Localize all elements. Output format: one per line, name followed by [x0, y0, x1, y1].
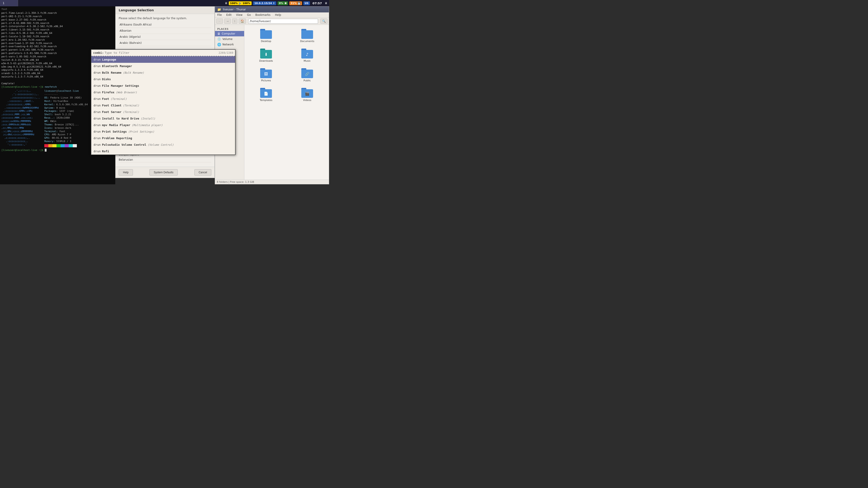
forward-button[interactable]: → [224, 19, 231, 24]
cpu-badge: 0% 🖥 [278, 1, 288, 5]
combi-item-13[interactable]: drun PulseAudio Volume Control (Volume C… [91, 141, 235, 148]
term-line-7: perl-libs-4:5.38.2-502.fc39.x86_64 [1, 32, 114, 35]
combi-input-row: combi: 2269/2269 [91, 50, 235, 56]
neofetch-info: liveuser@localhost-live --------- OS: Fe… [44, 90, 88, 147]
sidebar-item-network[interactable]: 🌐 Network [215, 42, 244, 47]
clock: 07:57 [311, 2, 323, 5]
lang-item-belarusian[interactable]: Belarusian [119, 157, 211, 162]
folder-pictures[interactable]: 🖼 Pictures [247, 66, 285, 84]
term-line-9: perl-mro-1.28-502.fc39.noarch [1, 38, 114, 42]
lang-item-arabic-bahrain[interactable]: Arabic (Bahrain) [119, 40, 211, 46]
color-bar [44, 144, 88, 147]
menu-go[interactable]: Go [246, 13, 252, 17]
menu-edit[interactable]: Edit [225, 13, 232, 17]
combi-item-4[interactable]: drun File Manager Settings [91, 83, 235, 89]
thunar-icon: 📁 [217, 8, 221, 11]
term-line-1: perl-Time-Local-2:1.350-3.fc39.noarch [1, 11, 114, 15]
lang-item-albanian[interactable]: Albanian [119, 28, 211, 34]
tab-number: 1 [3, 2, 4, 5]
menu-file[interactable]: File [216, 13, 223, 17]
system-defaults-button[interactable]: System Defaults [149, 169, 178, 175]
folder-public[interactable]: 🔗 Public [288, 66, 327, 84]
combi-count: 2269/2269 [219, 51, 233, 55]
volume-badge: 100% 🔊 100% [229, 1, 252, 5]
menu-view[interactable]: View [235, 13, 243, 17]
folder-templates[interactable]: 📄 Templates [247, 86, 285, 103]
term-line-2: perl-URI-5.21-1.fc39.noarch [1, 15, 114, 18]
folder-public-label: Public [304, 79, 311, 82]
taskbar-right: 🖥 100% 🔊 100% 10.0.2.15/24 ↕ 0% 🖥 31% 💾 … [225, 1, 329, 5]
folder-documents[interactable]: Documents [288, 27, 327, 44]
folder-downloads[interactable]: ⬇ Downloads [247, 47, 285, 64]
combi-item-9[interactable]: drun Install to Hard Drive (Install) [91, 115, 235, 122]
combi-items-list: drun Languagedrun Bluetooth Managerdrun … [91, 56, 235, 155]
help-button[interactable]: Help [119, 169, 133, 175]
mem-badge: 31% 💾 [289, 1, 302, 5]
thunar-toolbar: ← → ↑ 🏠 /home/liveuser/ 🔍 [215, 18, 329, 25]
folder-downloads-label: Downloads [259, 59, 273, 62]
term-line-5: perl-interpreter-4:5.38.2-502.fc39.x86_6… [1, 25, 114, 28]
term-line-6: perl-libnet-3.15-501.fc39.noarch [1, 28, 114, 32]
term-line-4: perl-if-0.61.000-502.fc39.noarch [1, 22, 114, 25]
lang-item-arabic-algeria[interactable]: Arabic (Algeria) [119, 34, 211, 40]
thunar-title-bar: 📁 liveuser - Thunar [215, 6, 329, 12]
volume-icon: 💿 [217, 37, 221, 41]
dialog-buttons: Help System Defaults Cancel [116, 167, 215, 178]
combi-item-11[interactable]: drun Print Settings (Print Settings) [91, 128, 235, 135]
sidebar-item-computer[interactable]: 🖥 Computer [215, 31, 244, 36]
search-button[interactable]: 🔍 [320, 19, 328, 24]
cancel-button[interactable]: Cancel [194, 169, 211, 175]
home-button[interactable]: 🏠 [239, 19, 246, 24]
computer-label: Computer [222, 32, 235, 35]
combi-item-8[interactable]: drun Foot Server (Terminal) [91, 109, 235, 115]
combi-launcher: combi: 2269/2269 drun Languagedrun Bluet… [91, 49, 236, 155]
combi-item-6[interactable]: drun Foot (Terminal) [91, 96, 235, 102]
up-button[interactable]: ↑ [232, 19, 237, 24]
term-line-10: perl-overload-1.37-502.fc39.noarch [1, 42, 114, 45]
back-button[interactable]: ← [216, 19, 223, 24]
neofetch-art: .',;::::;,. .';:cccccccccc:;,. .;ccccccc… [1, 90, 42, 147]
dialog-description: Please select the default language for t… [116, 14, 215, 22]
combi-item-3[interactable]: drun Disks [91, 76, 235, 83]
network-label: Network [222, 43, 234, 46]
places-section-title: Places [215, 27, 244, 31]
terminal-title: foot [1, 8, 114, 11]
folder-desktop-label: Desktop [261, 40, 271, 43]
folder-documents-label: Documents [300, 40, 314, 43]
combi-prefix: combi: [93, 51, 104, 55]
taskbar: 1 🖥 100% 🔊 100% 10.0.2.15/24 ↕ 0% 🖥 31% … [0, 0, 329, 6]
folder-templates-label: Templates [260, 99, 272, 102]
sidebar-item-volume[interactable]: 💿 Volume [215, 36, 244, 42]
term-line-8: perl-locale-1.10-502.fc39.noarch [1, 35, 114, 38]
network-badge: 10.0.2.15/24 ↕ [253, 1, 276, 5]
network-icon: 🌐 [217, 43, 221, 46]
folder-pictures-label: Pictures [261, 79, 271, 82]
thunar-file-grid: Desktop Documents ⬇ Downloads [244, 25, 329, 180]
menu-help[interactable]: Help [274, 13, 282, 17]
folder-music-label: Music [304, 59, 311, 62]
combi-item-5[interactable]: drun Firefox (Web Browser) [91, 89, 235, 96]
combi-item-0[interactable]: drun Language [91, 56, 235, 63]
combi-item-10[interactable]: drun mpv Media Player (Multimedia player… [91, 122, 235, 128]
lang-item-afrikaans[interactable]: Afrikaans (South Africa) [119, 22, 211, 28]
menu-bookmarks[interactable]: Bookmarks [254, 13, 271, 17]
lang-badge: US [303, 1, 310, 5]
folder-desktop[interactable]: Desktop [247, 27, 285, 44]
combi-item-12[interactable]: drun Problem Reporting [91, 135, 235, 141]
combi-item-1[interactable]: drun Bluetooth Manager [91, 63, 235, 69]
screen-icon: 🖥 [225, 2, 227, 5]
folder-videos[interactable]: 🎬 Videos [288, 86, 327, 103]
folder-music[interactable]: ♪ Music [288, 47, 327, 64]
taskbar-tab[interactable]: 1 [0, 0, 18, 6]
combi-item-14[interactable]: drun Rofi [91, 148, 235, 155]
thunar-menubar: File Edit View Go Bookmarks Help [215, 12, 329, 18]
combi-item-2[interactable]: drun Bulk Rename (Bulk Rename) [91, 69, 235, 76]
thunar-window-title: liveuser - Thunar [223, 8, 246, 11]
combi-item-7[interactable]: drun Foot Client (Terminal) [91, 102, 235, 109]
term-line-11: perl-overloading-0.02-502.fc39.noarch [1, 45, 114, 48]
combi-search-input[interactable] [105, 51, 219, 55]
computer-icon: 🖥 [217, 32, 220, 35]
dialog-title: Language Selection [116, 6, 215, 14]
address-bar[interactable]: /home/liveuser/ [248, 19, 318, 24]
term-line-3: perl-base-2.27-502.fc39.noarch [1, 18, 114, 22]
